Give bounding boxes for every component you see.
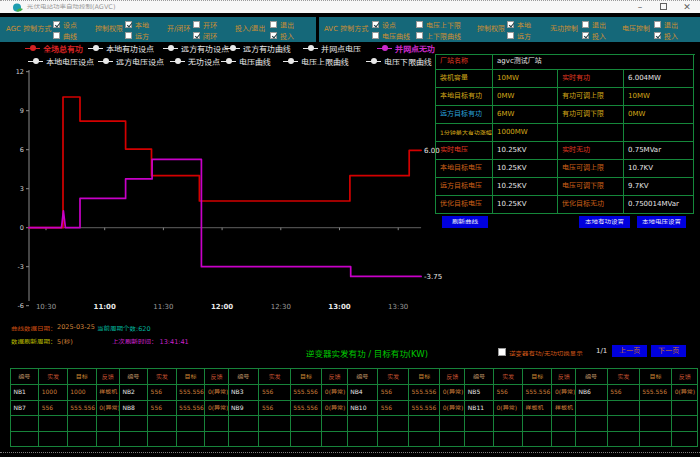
agc-mode-bottom-checkbox[interactable]: 曲线 <box>53 31 77 40</box>
inverter-value-cell: 556 <box>378 385 409 401</box>
panel-value: 10MW <box>624 88 694 106</box>
inverter-col-header: 实发 <box>378 369 409 385</box>
close-button[interactable]: ✕ <box>676 1 698 14</box>
panel-label: 优化目标无功 <box>558 196 624 214</box>
legend-item-4[interactable]: 远方有功曲线 <box>225 42 291 54</box>
inverter-value-cell: 0(异常) <box>440 401 465 417</box>
period-count: 当前周期个数:620 <box>97 323 151 333</box>
checkbox-unchecked-icon <box>507 32 514 39</box>
inverter-value-cell: 1000 <box>39 385 68 401</box>
minimize-button[interactable]: – <box>629 1 651 14</box>
checkbox-label: 闭环 <box>203 31 217 41</box>
inverter-empty-cell <box>120 416 148 432</box>
inverter-empty-cell <box>440 416 465 432</box>
app-icon <box>13 3 24 12</box>
panel-value: agvc测试厂站 <box>493 55 694 70</box>
inverter-col-header: 编号 <box>465 369 494 385</box>
legend-item-3[interactable]: 远方有功设点 <box>163 42 229 54</box>
panel-label: 实时无功 <box>558 142 624 160</box>
panel-value: 6.004MW <box>624 70 694 88</box>
checkbox-checked-icon <box>193 32 200 39</box>
avc-control-mode-label: AVC 控制方式 <box>324 17 368 42</box>
inverter-empty-cell <box>608 416 640 432</box>
agc-authority-bottom-checkbox[interactable]: 远方 <box>125 31 149 40</box>
avc-reactive-bottom-checkbox[interactable]: 投入 <box>582 31 606 40</box>
checkbox-label: 设点 <box>382 20 396 30</box>
panel-value: 0.75MVar <box>624 142 694 160</box>
panel-label: 远方目标有功 <box>436 106 493 124</box>
agc-loop-top-checkbox[interactable]: 开环 <box>193 20 217 29</box>
inverter-col-header: 目标 <box>177 369 206 385</box>
local-voltage-set-button[interactable]: 本地电压设置 <box>637 216 686 228</box>
agc-enable-bottom-checkbox[interactable]: 投入 <box>270 31 294 40</box>
avc-toolbar: AVC 控制方式设点电压曲线电压上下限上下限曲线控制权限本地远方无功控制退出投入… <box>319 17 700 42</box>
inverter-empty-cell <box>523 432 552 448</box>
avc-mode-top-checkbox[interactable]: 设点 <box>372 20 396 29</box>
inverter-empty-cell <box>322 432 347 448</box>
inverter-col-header: 目标 <box>523 369 552 385</box>
agc-control-authority-label: 控制权限 <box>95 17 123 42</box>
inverter-id-cell: NB10 <box>348 401 379 417</box>
prev-page-button[interactable]: 上一页 <box>612 345 647 357</box>
legend-marker-icon <box>98 58 113 65</box>
checkbox-label: 退出 <box>592 20 606 30</box>
inverter-empty-cell <box>120 432 148 448</box>
legend-marker-icon <box>283 58 298 65</box>
series-end-label: -3.75 <box>424 273 442 281</box>
panel-label: 本地目标电压 <box>436 160 493 178</box>
inverter-empty-cell <box>148 416 177 432</box>
panel-label: 电压可调下限 <box>558 178 624 196</box>
inverter-value-cell: 555.556 <box>640 385 673 401</box>
legend-marker-icon <box>303 45 318 52</box>
legend-item-5[interactable]: 并网点电压 <box>303 42 361 54</box>
legend-item-2[interactable]: 本地有功设点 <box>88 42 154 54</box>
chart-legend-row1: 全场总有功本地有功设点远方有功设点远方有功曲线并网点电压并网点无功 <box>0 42 460 54</box>
legend-item-1[interactable]: 全场总有功 <box>25 42 83 54</box>
inverter-value-cell: 556 <box>148 385 177 401</box>
agc-mode-top-checkbox[interactable]: 设点 <box>53 20 77 29</box>
local-active-power-set-button[interactable]: 本地有功设置 <box>579 216 630 228</box>
avc-voltage-bottom-checkbox[interactable]: 投入 <box>654 31 678 40</box>
inverter-empty-cell <box>378 432 409 448</box>
inverter-value-cell <box>672 401 698 417</box>
y-tick-label: 9 <box>20 107 24 115</box>
station-data-table: 厂站名称agvc测试厂站装机容量10MW实时有功6.004MW本地目标有功0MW… <box>435 54 695 214</box>
agc-loop-bottom-checkbox[interactable]: 闭环 <box>193 31 217 40</box>
checkbox-label: 投入 <box>592 31 606 41</box>
refresh-curve-button[interactable]: 刷新曲线 <box>442 216 488 228</box>
inverter-empty-cell <box>11 432 39 448</box>
legend-label: 电压上限曲线 <box>301 56 349 67</box>
x-tick-label: 13:00 <box>328 303 350 311</box>
avc-authority-bottom-checkbox[interactable]: 远方 <box>507 31 531 40</box>
avc-control-authority-label: 控制权限 <box>477 17 505 42</box>
inverter-col-header: 反馈 <box>205 369 228 385</box>
agc-enable-top-checkbox[interactable]: 退出 <box>270 20 294 29</box>
avc-voltage-top-checkbox[interactable]: 退出 <box>654 20 678 29</box>
inverter-col-header: 反馈 <box>552 369 576 385</box>
avc-reactive-top-checkbox[interactable]: 退出 <box>582 20 606 29</box>
avc-limit-top-checkbox[interactable]: 电压上下限 <box>416 20 461 29</box>
legend-label: 远方有功设点 <box>181 43 229 54</box>
inverter-empty-cell <box>291 432 323 448</box>
inverter-empty-cell <box>409 432 440 448</box>
agc-authority-top-checkbox[interactable]: 本地 <box>125 20 149 29</box>
avc-authority-top-checkbox[interactable]: 本地 <box>507 20 531 29</box>
inverter-col-header: 编号 <box>576 369 608 385</box>
inverter-value-cell: 556 <box>494 385 523 401</box>
inverter-empty-cell <box>440 432 465 448</box>
legend-item-6[interactable]: 并网点无功 <box>377 42 435 54</box>
inverter-empty-cell <box>378 416 409 432</box>
checkbox-label: 电压上下限 <box>426 20 461 30</box>
inverter-value-cell: 555.556 <box>291 385 323 401</box>
avc-limit-bottom-checkbox[interactable]: 上下限曲线 <box>416 31 461 40</box>
inverter-col-header: 目标 <box>291 369 323 385</box>
inverter-value-cell: 0(异常) <box>205 401 228 417</box>
inverter-table: 编号实发目标反馈编号实发目标反馈编号实发目标反馈编号实发目标反馈编号实发目标反馈… <box>10 368 698 447</box>
next-page-button[interactable]: 下一页 <box>651 345 686 357</box>
maximize-button[interactable] <box>652 1 674 14</box>
y-tick-label: 6 <box>20 146 24 154</box>
window-title: 光伏电站功率自动控制(AGVC) <box>27 2 115 13</box>
inverter-display-toggle-checkbox[interactable] <box>498 348 506 356</box>
inverter-empty-cell <box>348 416 379 432</box>
avc-mode-bottom-checkbox[interactable]: 电压曲线 <box>372 31 410 40</box>
